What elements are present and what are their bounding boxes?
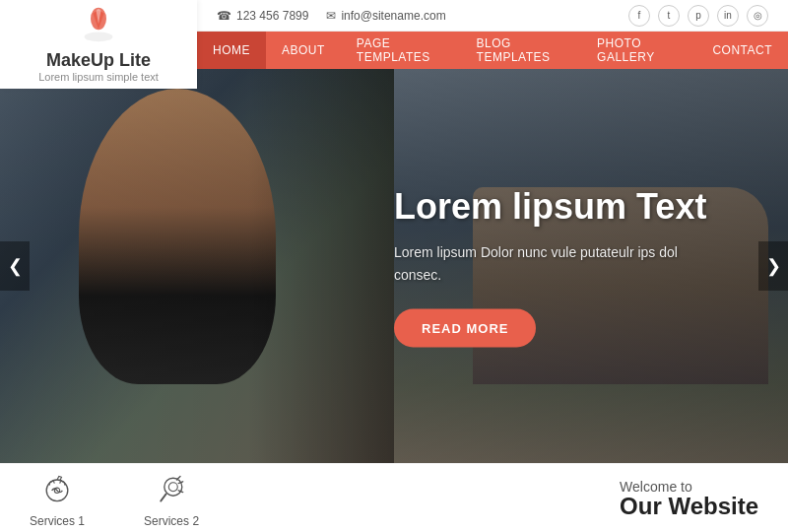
logo: MakeUp Lite Lorem lipsum simple text [0,0,197,89]
email-icon: ✉ [326,9,336,23]
logo-icon [79,7,118,46]
nav-photo-gallery[interactable]: PHOTO GALLERY [581,32,696,69]
nav-page-templates[interactable]: PAGE TEMPLATES [341,32,461,69]
hero-section: ❮ Lorem lipsum Text Lorem lipsum Dolor n… [0,69,788,463]
facebook-icon[interactable]: f [628,5,650,27]
svg-point-4 [164,478,182,496]
top-bar: ☎ 123 456 7899 ✉ info@sitename.com f t p… [197,0,788,32]
email-address: info@sitename.com [341,9,445,23]
service-2-icon [152,469,191,508]
service-2-label: Services 2 [144,514,199,528]
hero-next-button[interactable]: ❯ [758,241,788,291]
pinterest-icon[interactable]: p [688,5,709,27]
twitter-icon[interactable]: t [658,5,680,27]
service-1-label: Services 1 [30,514,85,528]
logo-subtitle: Lorem lipsum simple text [38,71,159,83]
nav-home[interactable]: HOME [197,32,266,69]
nav-about[interactable]: ABOUT [266,32,341,69]
linkedin-icon[interactable]: in [717,5,739,27]
service-1-icon [37,469,77,508]
navigation: HOME ABOUT PAGE TEMPLATES BLOG TEMPLATES… [197,32,788,69]
phone-icon: ☎ [217,9,231,23]
svg-point-1 [85,32,113,41]
nav-contact[interactable]: CONTACT [696,32,788,69]
read-more-button[interactable]: READ MORE [394,308,536,347]
svg-point-5 [168,482,177,491]
hero-prev-button[interactable]: ❮ [0,241,30,291]
contact-info: ☎ 123 456 7899 ✉ info@sitename.com [217,9,628,23]
arrow-right-icon: ❯ [766,255,781,277]
arrow-left-icon: ❮ [8,255,23,277]
welcome-block: Welcome to Our Website [620,479,758,518]
social-links: f t p in ◎ [628,5,768,27]
email-item: ✉ info@sitename.com [326,9,445,23]
phone-item: ☎ 123 456 7899 [217,9,308,23]
bottom-section: Services 1 Services 2 Welcome to Our Web… [0,463,788,532]
welcome-title: Our Website [620,495,758,518]
service-item-1: Services 1 [30,469,85,528]
service-item-2: Services 2 [144,469,199,528]
hero-description: Lorem lipsum Dolor nunc vule putateulr i… [394,241,729,286]
phone-number: 123 456 7899 [236,9,308,23]
hero-content: Lorem lipsum Text Lorem lipsum Dolor nun… [394,185,729,348]
logo-title: MakeUp Lite [46,50,151,71]
instagram-icon[interactable]: ◎ [747,5,768,27]
nav-blog-templates[interactable]: BLOG TEMPLATES [461,32,581,69]
hero-title: Lorem lipsum Text [394,185,729,228]
